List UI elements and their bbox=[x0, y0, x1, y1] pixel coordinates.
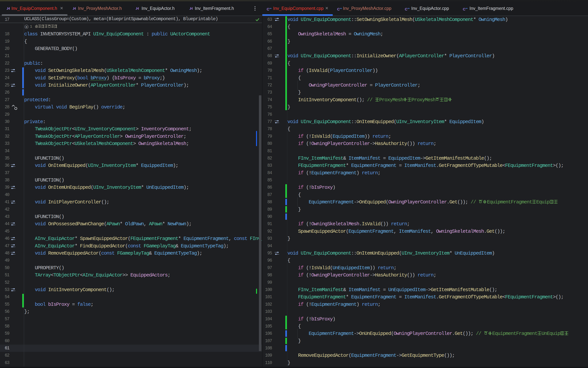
svg-text:u: u bbox=[26, 25, 27, 28]
